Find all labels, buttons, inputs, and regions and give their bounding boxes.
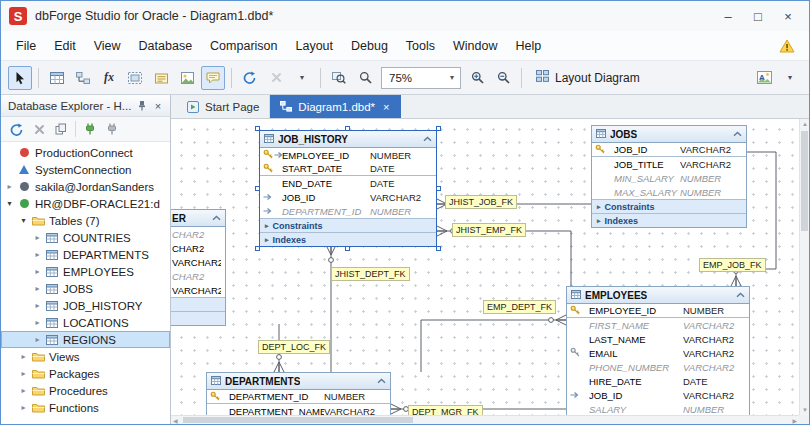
tree-item-productionconnect[interactable]: ProductionConnect xyxy=(1,144,170,161)
tree-item-hr-dbf-oracle21-d[interactable]: ▾HR@DBF-ORACLE21:d xyxy=(1,195,170,212)
more-dropdown-button[interactable]: ▾ xyxy=(290,66,314,90)
close-button[interactable]: × xyxy=(773,5,803,27)
diagram-table-partial[interactable]: ERCHAR2CHAR2VARCHAR2CHAR2VARCHAR2▸Constr… xyxy=(171,209,226,326)
layout-diagram-button[interactable]: Layout Diagram xyxy=(527,66,649,90)
new-function-tool[interactable]: fx xyxy=(97,66,121,90)
warning-icon[interactable] xyxy=(779,39,795,53)
diagram-canvas[interactable]: ▲ ▼ ◀ ▶ JOB_HISTORYEMPLOYEE_IDNUMBERSTAR… xyxy=(171,119,809,424)
new-note-tool[interactable] xyxy=(201,66,225,90)
new-connection-button[interactable] xyxy=(79,119,101,139)
column-row[interactable]: JOB_TITLEVARCHAR2 xyxy=(592,157,746,171)
fk-label-emp-job-fk[interactable]: EMP_JOB_FK xyxy=(699,258,766,272)
tree-item-sakila-jordansanders[interactable]: ▸sakila@JordanSanders xyxy=(1,178,170,195)
selection-handle[interactable] xyxy=(345,126,350,131)
collapse-arrow-icon[interactable]: ▸ xyxy=(31,250,44,259)
collapse-arrow-icon[interactable]: ▸ xyxy=(31,267,44,276)
selection-handle[interactable] xyxy=(255,186,260,191)
selection-handle[interactable] xyxy=(436,126,441,131)
stop-button[interactable] xyxy=(28,119,50,139)
tree-item-jobs[interactable]: ▸JOBS xyxy=(1,280,170,297)
panel-close-button[interactable]: × xyxy=(150,98,166,114)
selection-handle[interactable] xyxy=(255,246,260,251)
column-row[interactable]: LAST_NAMEVARCHAR2 xyxy=(567,332,749,346)
table-header[interactable]: EMPLOYEES xyxy=(567,287,749,304)
new-table-tool[interactable] xyxy=(45,66,69,90)
collapse-arrow-icon[interactable]: ▸ xyxy=(31,335,44,344)
vertical-scroll-thumb[interactable] xyxy=(801,131,808,231)
tree-item-job-history[interactable]: ▸JOB_HISTORY xyxy=(1,297,170,314)
tree-item-tables-7[interactable]: ▾Tables (7) xyxy=(1,212,170,229)
tree-item-views[interactable]: ▸Views xyxy=(1,348,170,365)
collapse-arrow-icon[interactable]: ▸ xyxy=(17,352,30,361)
fk-label-jhist-job-fk[interactable]: JHIST_JOB_FK xyxy=(445,195,517,209)
column-row[interactable]: HIRE_DATEDATE xyxy=(567,374,749,388)
column-row[interactable]: CHAR2 xyxy=(171,227,225,241)
column-row[interactable]: MIN_SALARYNUMBER xyxy=(592,171,746,185)
fk-label-jhist-dept-fk[interactable]: JHIST_DEPT_FK xyxy=(331,267,410,281)
tab-close-icon[interactable]: × xyxy=(383,101,389,113)
section-constraints[interactable]: ▸Constraints xyxy=(171,297,225,311)
menu-tools[interactable]: Tools xyxy=(397,35,444,57)
expand-arrow-icon[interactable]: ▾ xyxy=(17,216,30,225)
column-row[interactable]: EMPLOYEE_IDNUMBER xyxy=(260,148,436,162)
section-indexes[interactable]: ▸Indexes xyxy=(171,311,225,325)
new-image-tool[interactable] xyxy=(175,66,199,90)
column-row[interactable]: VARCHAR2 xyxy=(171,283,225,297)
collapse-chevron-icon[interactable] xyxy=(733,131,742,137)
collapse-arrow-icon[interactable]: ▸ xyxy=(3,182,16,191)
menu-edit[interactable]: Edit xyxy=(45,35,85,57)
diagram-table-jobs[interactable]: JOBSJOB_IDVARCHAR2JOB_TITLEVARCHAR2MIN_S… xyxy=(591,125,747,228)
minimize-button[interactable]: – xyxy=(713,5,743,27)
delete-button[interactable] xyxy=(264,66,288,90)
table-header[interactable]: DEPARTMENTS xyxy=(207,373,390,390)
scroll-right-button[interactable]: ▶ xyxy=(792,418,797,424)
column-row[interactable]: EMAILVARCHAR2 xyxy=(567,346,749,360)
tree-item-systemconnection[interactable]: SystemConnection xyxy=(1,161,170,178)
tree-item-functions[interactable]: ▸Functions xyxy=(1,399,170,416)
tree-item-employees[interactable]: ▸EMPLOYEES xyxy=(1,263,170,280)
refresh-button[interactable] xyxy=(6,119,28,139)
refresh-button[interactable] xyxy=(238,66,262,90)
column-row[interactable]: VARCHAR2 xyxy=(171,255,225,269)
collapse-chevron-icon[interactable] xyxy=(377,378,386,384)
chevron-down-icon[interactable]: ▾ xyxy=(446,73,458,82)
maximize-button[interactable]: □ xyxy=(743,5,773,27)
new-container-tool[interactable] xyxy=(123,66,147,90)
fk-label-emp-dept-fk[interactable]: EMP_DEPT_FK xyxy=(483,300,556,314)
scroll-left-button[interactable]: ◀ xyxy=(173,418,178,424)
column-row[interactable]: JOB_IDVARCHAR2 xyxy=(260,190,436,204)
column-row[interactable]: SALARYNUMBER xyxy=(567,402,749,416)
tree-item-procedures[interactable]: ▸Procedures xyxy=(1,382,170,399)
column-row[interactable]: EMPLOYEE_IDNUMBER xyxy=(567,304,749,318)
collapse-arrow-icon[interactable]: ▸ xyxy=(31,318,44,327)
menu-file[interactable]: File xyxy=(7,35,45,57)
selection-handle[interactable] xyxy=(436,186,441,191)
table-header[interactable]: JOB_HISTORY xyxy=(260,131,436,148)
menu-window[interactable]: Window xyxy=(444,35,506,57)
selection-handle[interactable] xyxy=(436,246,441,251)
collapse-chevron-icon[interactable] xyxy=(423,136,432,142)
menu-debug[interactable]: Debug xyxy=(342,35,397,57)
column-row[interactable]: DEPARTMENT_IDNUMBER xyxy=(260,204,436,218)
selection-handle[interactable] xyxy=(255,126,260,131)
table-header[interactable]: JOBS xyxy=(592,126,746,143)
column-row[interactable]: DEPARTMENT_IDNUMBER xyxy=(207,390,390,404)
fk-label-jhist-emp-fk[interactable]: JHIST_EMP_FK xyxy=(452,223,526,237)
column-row[interactable]: START_DATEDATE xyxy=(260,162,436,176)
zoom-select[interactable]: 75% ▾ xyxy=(381,67,461,89)
manage-connections-button[interactable] xyxy=(101,119,123,139)
column-row[interactable]: CHAR2 xyxy=(171,269,225,283)
column-row[interactable]: JOB_IDVARCHAR2 xyxy=(567,388,749,402)
menu-layout[interactable]: Layout xyxy=(286,35,342,57)
fk-label-dept-loc-fk[interactable]: DEPT_LOC_FK xyxy=(258,340,330,354)
collapse-arrow-icon[interactable]: ▸ xyxy=(31,233,44,242)
column-row[interactable]: CHAR2 xyxy=(171,241,225,255)
diagram-table-job-history[interactable]: JOB_HISTORYEMPLOYEE_IDNUMBERSTART_DATEDA… xyxy=(259,130,437,247)
relationship-emp-dept-fk[interactable] xyxy=(421,315,566,372)
column-row[interactable]: JOB_IDVARCHAR2 xyxy=(592,143,746,157)
image-export-dropdown[interactable]: ▾ xyxy=(778,66,802,90)
collapse-arrow-icon[interactable]: ▸ xyxy=(31,284,44,293)
scroll-down-button[interactable]: ▼ xyxy=(802,407,808,413)
collapse-arrow-icon[interactable]: ▸ xyxy=(17,386,30,395)
collapse-chevron-icon[interactable] xyxy=(736,292,745,298)
